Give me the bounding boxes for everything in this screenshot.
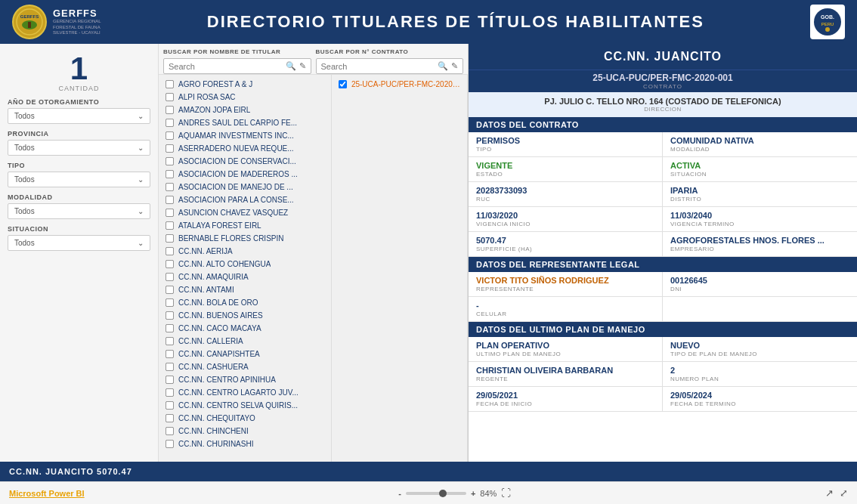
- list-item[interactable]: CC.NN. BOLA DE ORO: [165, 296, 325, 309]
- list-item[interactable]: ASOCIACION DE CONSERVACI...: [165, 155, 325, 168]
- filter-año-label: AÑO DE OTORGAMIENTO: [8, 98, 150, 106]
- contract-list-item[interactable]: 25-UCA-PUC/PER-FMC-2020-...: [338, 78, 461, 91]
- search-contract-box[interactable]: 🔍 ✎: [316, 58, 464, 74]
- list-item[interactable]: BERNABLE FLORES CRISPIN: [165, 232, 325, 245]
- list-item[interactable]: ATALAYA FOREST EIRL: [165, 219, 325, 232]
- list-item[interactable]: CC.NN. CASHUERA: [165, 360, 325, 373]
- list-item-checkbox[interactable]: [166, 144, 174, 153]
- list-item-checkbox[interactable]: [166, 80, 174, 88]
- edit-contract-icon[interactable]: ✎: [451, 61, 458, 71]
- list-item[interactable]: AGRO FOREST A & J: [165, 78, 325, 91]
- list-item[interactable]: CC.NN. CHURINASHI: [165, 438, 325, 450]
- fullscreen-icon[interactable]: ⛶: [501, 487, 511, 499]
- representante-cell: VICTOR TITO SIÑOS RODRIGUEZ REPRESENTANT…: [469, 272, 663, 296]
- dni-label: DNI: [670, 286, 849, 292]
- list-item[interactable]: ASOCIACION PARA LA CONSE...: [165, 193, 325, 206]
- rep-data-row2: - CELULAR: [469, 297, 857, 322]
- list-item-checkbox[interactable]: [166, 234, 174, 243]
- list-item-checkbox[interactable]: [166, 286, 174, 294]
- list-item-checkbox[interactable]: [166, 131, 174, 140]
- list-item[interactable]: CC.NN. CACO MACAYA: [165, 322, 325, 335]
- list-item[interactable]: CC.NN. ALTO COHENGUA: [165, 258, 325, 271]
- list-item-checkbox[interactable]: [166, 337, 174, 345]
- list-item-checkbox[interactable]: [166, 209, 174, 217]
- list-item[interactable]: CC.NN. AMAQUIRIA: [165, 271, 325, 283]
- list-item[interactable]: CC.NN. CENTRO SELVA QUIRIS...: [165, 399, 325, 412]
- list-item[interactable]: CC.NN. CANAPISHTEA: [165, 348, 325, 360]
- list-item-checkbox[interactable]: [166, 170, 174, 178]
- list-item[interactable]: CC.NN. CENTRO LAGARTO JUV...: [165, 386, 325, 399]
- detail-header: CC.NN. JUANCITO: [469, 44, 857, 70]
- list-item-checkbox[interactable]: [166, 427, 174, 435]
- expand-icon[interactable]: ⤢: [840, 487, 848, 499]
- search-contract-input[interactable]: [321, 62, 437, 71]
- list-item-checkbox[interactable]: [166, 273, 174, 281]
- list-item-checkbox[interactable]: [166, 260, 174, 268]
- list-item[interactable]: CC.NN. ANTAMI: [165, 283, 325, 296]
- list-item-label: BERNABLE FLORES CRISPIN: [178, 234, 283, 243]
- list-item[interactable]: CC.NN. CENTRO APINIHUA: [165, 373, 325, 386]
- vigencia-termino-value: 11/03/2040: [670, 211, 849, 220]
- list-item-checkbox[interactable]: [166, 93, 174, 101]
- situacion-value: ACTIVA: [670, 161, 849, 170]
- list-item-checkbox[interactable]: [166, 376, 174, 384]
- pbi-link[interactable]: Microsoft Power BI: [9, 489, 85, 498]
- list-item-checkbox[interactable]: [166, 440, 174, 448]
- list-item-checkbox[interactable]: [166, 106, 174, 114]
- list-item-label: CC.NN. BOLA DE ORO: [178, 298, 258, 307]
- list-item-checkbox[interactable]: [166, 221, 174, 230]
- app-header: GERFFS GERFFS GERENCIA REGIONALFORESTAL …: [0, 0, 857, 44]
- zoom-plus-button[interactable]: +: [471, 489, 475, 498]
- list-item-checkbox[interactable]: [166, 311, 174, 320]
- list-item-checkbox[interactable]: [166, 401, 174, 410]
- list-item-checkbox[interactable]: [166, 247, 174, 255]
- empresario-value: AGROFORESTALES HNOS. FLORES ...: [670, 236, 849, 245]
- list-item[interactable]: ANDRES SAUL DEL CARPIO FE...: [165, 116, 325, 129]
- list-item[interactable]: ASOCIACION DE MANEJO DE ...: [165, 181, 325, 193]
- list-item-checkbox[interactable]: [166, 350, 174, 358]
- filter-situacion-dropdown[interactable]: Todos ⌄: [8, 235, 150, 251]
- distrito-label: DISTRITO: [670, 196, 849, 203]
- filter-tipo-dropdown[interactable]: Todos ⌄: [8, 172, 150, 187]
- list-item-label: ASOCIACION DE MADEREROS ...: [178, 170, 298, 178]
- list-item-checkbox[interactable]: [166, 388, 174, 397]
- filter-modalidad: MODALIDAD Todos ⌄: [8, 193, 150, 219]
- fecha-termino-cell: 29/05/2024 FECHA DE TERMINO: [663, 387, 857, 411]
- list-item-checkbox[interactable]: [166, 414, 174, 422]
- list-item[interactable]: ASUNCION CHAVEZ VASQUEZ: [165, 206, 325, 219]
- search-name-input[interactable]: [169, 62, 284, 71]
- list-item[interactable]: ASERRADERO NUEVA REQUE...: [165, 142, 325, 155]
- list-item[interactable]: CC.NN. AERIJA: [165, 245, 325, 258]
- list-item[interactable]: CC.NN. CHEQUITAYO: [165, 412, 325, 425]
- list-item[interactable]: AQUAMAR INVESTMENTS INC...: [165, 129, 325, 142]
- list-item[interactable]: CC.NN. CALLERIA: [165, 335, 325, 348]
- plan-cell: PLAN OPERATIVO ULTIMO PLAN DE MANEJO: [469, 337, 663, 361]
- list-item-checkbox[interactable]: [166, 119, 174, 127]
- zoom-slider[interactable]: [406, 492, 466, 495]
- zoom-minus-button[interactable]: -: [398, 489, 401, 498]
- list-item[interactable]: AMAZON JOPA EIRL: [165, 104, 325, 116]
- list-item[interactable]: CC.NN. BUENOS AIRES: [165, 309, 325, 322]
- list-item-checkbox[interactable]: [166, 324, 174, 332]
- contract-data-row4: 11/03/2020 VIGENCIA INICIO 11/03/2040 VI…: [469, 207, 857, 232]
- list-item-checkbox[interactable]: [166, 298, 174, 307]
- contract-list-checkbox[interactable]: [339, 80, 347, 88]
- vigencia-inicio-cell: 11/03/2020 VIGENCIA INICIO: [469, 207, 663, 231]
- filter-provincia-dropdown[interactable]: Todos ⌄: [8, 140, 150, 156]
- share-icon[interactable]: ↗: [825, 487, 834, 499]
- list-item-checkbox[interactable]: [166, 157, 174, 165]
- list-item[interactable]: CC.NN. CHINCHENI: [165, 425, 325, 438]
- estado-cell: VIGENTE ESTADO: [469, 157, 663, 181]
- search-name-box[interactable]: 🔍 ✎: [163, 58, 311, 74]
- search-contract-label: BUSCAR POR N° CONTRATO: [316, 48, 464, 55]
- zoom-thumb[interactable]: [439, 490, 447, 497]
- list-item-checkbox[interactable]: [166, 363, 174, 371]
- list-item-checkbox[interactable]: [166, 196, 174, 204]
- list-item[interactable]: ASOCIACION DE MADEREROS ...: [165, 168, 325, 181]
- list-item[interactable]: ALPI ROSA SAC: [165, 91, 325, 104]
- edit-icon[interactable]: ✎: [299, 61, 306, 71]
- list-item-checkbox[interactable]: [166, 183, 174, 191]
- filter-situacion-label: SITUACION: [8, 225, 150, 233]
- filter-modalidad-dropdown[interactable]: Todos ⌄: [8, 203, 150, 219]
- filter-año-dropdown[interactable]: Todos ⌄: [8, 108, 150, 124]
